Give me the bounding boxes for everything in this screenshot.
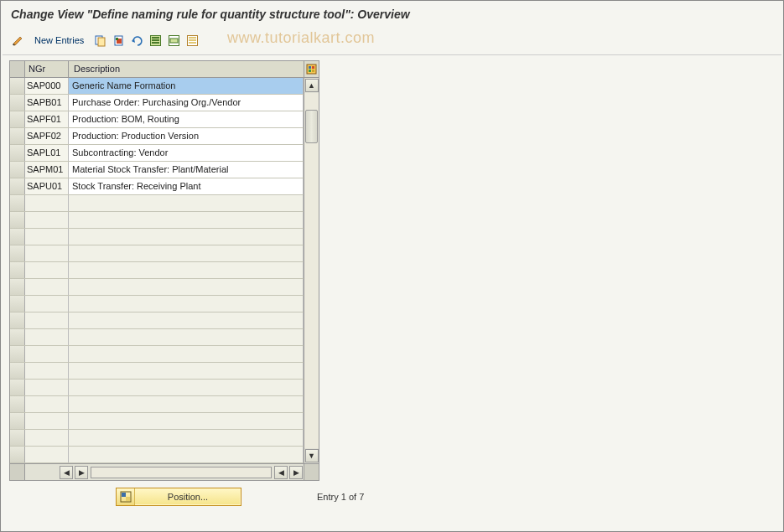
table-row-empty[interactable] — [10, 279, 304, 296]
deselect-all-icon[interactable] — [184, 33, 200, 48]
cell-description[interactable]: Production: Production Version — [69, 128, 304, 144]
cell-ngr[interactable] — [25, 245, 69, 261]
row-selector[interactable] — [10, 262, 25, 278]
column-header-ngr[interactable]: NGr — [25, 61, 69, 77]
cell-ngr[interactable] — [25, 430, 69, 446]
cell-ngr[interactable] — [25, 363, 69, 379]
cell-description[interactable] — [69, 296, 304, 312]
row-selector[interactable] — [10, 413, 25, 429]
table-row-empty[interactable] — [10, 396, 304, 413]
row-selector[interactable] — [10, 380, 25, 395]
table-row[interactable]: SAPF02Production: Production Version — [10, 128, 304, 145]
row-selector[interactable] — [10, 245, 25, 261]
table-row-empty[interactable] — [10, 430, 304, 447]
cell-description[interactable] — [69, 363, 304, 379]
scroll-track[interactable] — [304, 93, 319, 448]
new-entries-button[interactable]: New Entries — [29, 34, 89, 47]
cell-description[interactable]: Purchase Order: Purchasing Org./Vendor — [69, 95, 304, 111]
scroll-thumb[interactable] — [305, 110, 318, 143]
cell-description[interactable] — [69, 279, 304, 295]
row-selector[interactable] — [10, 229, 25, 245]
grid-header-selector[interactable] — [10, 61, 25, 77]
cell-ngr[interactable] — [25, 413, 69, 429]
cell-ngr[interactable] — [25, 312, 69, 328]
select-all-icon[interactable] — [148, 33, 163, 48]
cell-ngr[interactable] — [25, 296, 69, 312]
cell-ngr[interactable]: SAPM01 — [25, 162, 69, 178]
table-row-empty[interactable] — [10, 329, 304, 346]
row-selector[interactable] — [10, 111, 25, 127]
row-selector[interactable] — [10, 363, 25, 379]
table-settings-icon[interactable] — [304, 61, 319, 77]
hscroll-left-icon[interactable]: ◀ — [60, 466, 73, 479]
horizontal-scrollbar[interactable]: ◀ ▶ ◀ ▶ — [10, 463, 319, 480]
table-row[interactable]: SAPF01Production: BOM, Routing — [10, 111, 304, 128]
cell-ngr[interactable] — [25, 279, 69, 295]
row-selector[interactable] — [10, 296, 25, 312]
row-selector[interactable] — [10, 178, 25, 194]
row-selector[interactable] — [10, 195, 25, 211]
cell-ngr[interactable] — [25, 396, 69, 412]
table-row[interactable]: SAPL01Subcontracting: Vendor — [10, 145, 304, 162]
row-selector[interactable] — [10, 312, 25, 328]
table-row-empty[interactable] — [10, 262, 304, 279]
delete-icon[interactable] — [111, 33, 126, 48]
table-row-empty[interactable] — [10, 363, 304, 380]
cell-description[interactable]: Subcontracting: Vendor — [69, 145, 304, 161]
cell-description[interactable] — [69, 413, 304, 429]
row-selector[interactable] — [10, 396, 25, 412]
row-selector[interactable] — [10, 447, 25, 462]
cell-description[interactable] — [69, 329, 304, 345]
cell-ngr[interactable]: SAPB01 — [25, 95, 69, 111]
cell-ngr[interactable]: SAPF02 — [25, 128, 69, 144]
detail-pencil-icon[interactable] — [11, 33, 26, 48]
cell-description[interactable] — [69, 346, 304, 362]
cell-ngr[interactable]: SAP000 — [25, 78, 69, 94]
cell-description[interactable]: Material Stock Transfer: Plant/Material — [69, 162, 304, 178]
row-selector[interactable] — [10, 128, 25, 144]
row-selector[interactable] — [10, 162, 25, 178]
hscroll-track[interactable] — [91, 467, 272, 478]
table-row-empty[interactable] — [10, 447, 304, 463]
cell-description[interactable] — [69, 380, 304, 395]
cell-ngr[interactable]: SAPU01 — [25, 178, 69, 194]
copy-icon[interactable] — [92, 33, 107, 48]
hscroll-right-step-icon[interactable]: ▶ — [75, 466, 88, 479]
cell-description[interactable] — [69, 396, 304, 412]
position-button[interactable]: Position... — [116, 488, 241, 506]
row-selector[interactable] — [10, 346, 25, 362]
row-selector[interactable] — [10, 212, 25, 228]
table-row-empty[interactable] — [10, 346, 304, 363]
cell-ngr[interactable] — [25, 212, 69, 228]
cell-description[interactable] — [69, 262, 304, 278]
cell-description[interactable] — [69, 195, 304, 211]
row-selector[interactable] — [10, 145, 25, 161]
cell-ngr[interactable]: SAPL01 — [25, 145, 69, 161]
cell-ngr[interactable] — [25, 262, 69, 278]
cell-ngr[interactable] — [25, 229, 69, 245]
cell-description[interactable] — [69, 312, 304, 328]
cell-ngr[interactable] — [25, 380, 69, 395]
table-row-empty[interactable] — [10, 413, 304, 430]
cell-ngr[interactable] — [25, 195, 69, 211]
cell-description[interactable]: Stock Transfer: Receiving Plant — [69, 178, 304, 194]
row-selector[interactable] — [10, 78, 25, 94]
table-row[interactable]: SAP000Generic Name Formation — [10, 78, 304, 95]
table-row-empty[interactable] — [10, 312, 304, 329]
row-selector[interactable] — [10, 329, 25, 345]
cell-description[interactable] — [69, 430, 304, 446]
row-selector[interactable] — [10, 430, 25, 446]
table-row-empty[interactable] — [10, 195, 304, 212]
row-selector[interactable] — [10, 95, 25, 111]
cell-description[interactable]: Production: BOM, Routing — [69, 111, 304, 127]
select-block-icon[interactable] — [166, 33, 181, 48]
table-row-empty[interactable] — [10, 380, 304, 396]
cell-description[interactable]: Generic Name Formation — [69, 78, 304, 94]
hscroll-right-icon[interactable]: ▶ — [289, 466, 303, 479]
table-row-empty[interactable] — [10, 229, 304, 245]
cell-description[interactable] — [69, 245, 304, 261]
column-header-description[interactable]: Description — [69, 61, 304, 77]
table-row-empty[interactable] — [10, 296, 304, 312]
vertical-scrollbar[interactable]: ▲ ▼ — [304, 78, 319, 463]
cell-ngr[interactable] — [25, 447, 69, 462]
